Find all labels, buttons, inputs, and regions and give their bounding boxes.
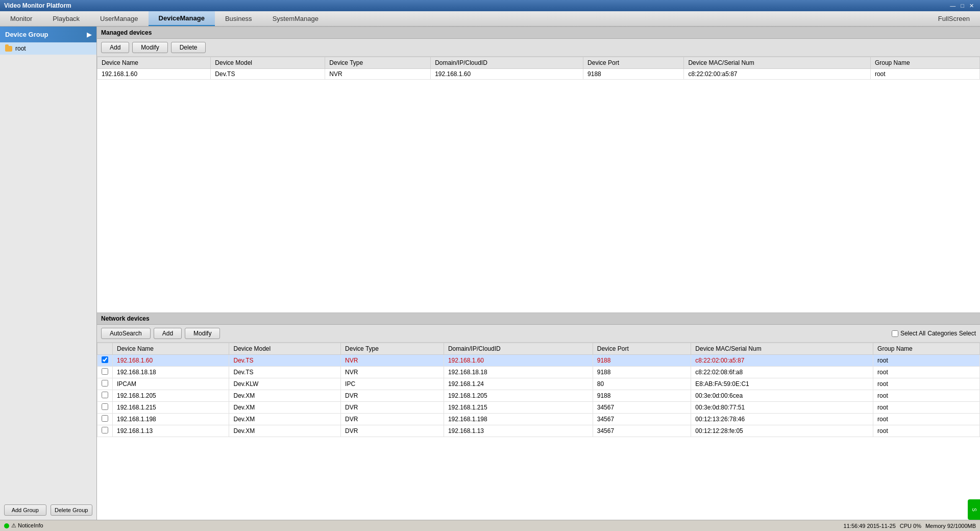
row-checkbox[interactable] [102,380,108,387]
main-layout: Device Group ▶ root Add Group Delete Gro… [0,27,980,520]
categories-select-label: Categories Select [927,330,976,337]
network-modify-button[interactable]: Modify [185,328,220,339]
col-device-name: Device Name [97,57,211,69]
network-devices-header: Network devices [97,312,980,325]
select-all-area: Select All Categories Select [892,330,976,337]
col-device-model: Device Model [211,57,325,69]
side-panel-button[interactable]: S [968,499,980,520]
managed-modify-button[interactable]: Modify [132,42,167,53]
menu-monitor[interactable]: Monitor [0,12,42,26]
table-row[interactable]: 192.168.1.60Dev.TSNVR192.168.1.609188c8:… [97,355,980,367]
cpu-usage: CPU 0% [900,523,921,529]
restore-button[interactable]: □ [959,3,966,9]
table-row[interactable]: 192.168.1.13Dev.XMDVR192.168.1.133456700… [97,425,980,437]
menu-usermanage[interactable]: UserManage [90,12,148,26]
select-all-label: Select All [900,330,925,337]
col-group-name: Group Name [870,57,979,69]
sidebar: Device Group ▶ root Add Group Delete Gro… [0,27,97,520]
memory-usage: Memory 92/1000MB [925,523,976,529]
col-net-domain: Domain/IP/CloudID [444,343,593,355]
menu-systemmanage[interactable]: SystemManage [262,12,329,26]
managed-devices-header: Managed devices [97,27,980,39]
col-device-type: Device Type [325,57,431,69]
table-row[interactable]: IPCAMDev.KLWIPC192.168.1.2480E8:AB:FA:59… [97,378,980,390]
col-net-device-name: Device Name [113,343,229,355]
status-right: 11:56:49 2015-11-25 CPU 0% Memory 92/100… [844,523,976,529]
managed-devices-toolbar: Add Modify Delete [97,39,980,57]
managed-delete-button[interactable]: Delete [171,42,206,53]
status-indicator [4,523,9,528]
sidebar-item-root[interactable]: root [0,42,96,55]
menu-business[interactable]: Business [215,12,262,26]
status-left: ⚠ NoticeInfo [4,522,43,529]
status-bar: ⚠ NoticeInfo 11:56:49 2015-11-25 CPU 0% … [0,520,980,531]
row-checkbox[interactable] [102,392,108,398]
table-row[interactable]: 192.168.1.215Dev.XMDVR192.168.1.21534567… [97,402,980,414]
datetime: 11:56:49 2015-11-25 [844,523,896,529]
minimize-button[interactable]: — [948,3,958,9]
table-row[interactable]: 192.168.18.18Dev.TSNVR192.168.18.189188c… [97,367,980,378]
window-controls[interactable]: — □ ✕ [948,3,976,9]
col-device-port: Device Port [583,57,684,69]
table-row[interactable]: 192.168.1.60Dev.TSNVR192.168.1.609188c8:… [97,69,980,80]
col-net-device-mac: Device MAC/Serial Num [691,343,873,355]
folder-icon [5,46,12,52]
row-checkbox[interactable] [102,427,108,433]
sidebar-header[interactable]: Device Group ▶ [0,27,96,42]
managed-devices-table: Device Name Device Model Device Type Dom… [97,57,980,80]
device-group-label: Device Group [5,31,48,38]
notice-info[interactable]: ⚠ NoticeInfo [11,522,43,529]
managed-add-button[interactable]: Add [101,42,129,53]
row-checkbox[interactable] [102,368,108,375]
col-net-device-type: Device Type [341,343,444,355]
col-net-device-model: Device Model [229,343,341,355]
managed-table-wrapper: Device Name Device Model Device Type Dom… [97,57,980,312]
managed-devices-section: Managed devices Add Modify Delete Device… [97,27,980,312]
sidebar-item-label-root: root [15,45,26,52]
close-button[interactable]: ✕ [967,3,976,9]
content-area: Managed devices Add Modify Delete Device… [97,27,980,520]
delete-group-button[interactable]: Delete Group [51,504,93,516]
col-net-group-name: Group Name [873,343,980,355]
menu-fullscreen[interactable]: FullScreen [928,12,980,26]
col-device-mac: Device MAC/Serial Num [684,57,871,69]
row-checkbox[interactable] [102,415,108,422]
col-checkbox [97,343,113,355]
network-devices-toolbar: AutoSearch Add Modify Select All Categor… [97,325,980,343]
col-domain: Domain/IP/CloudID [431,57,583,69]
app-title: Video Monitor Platform [4,2,71,9]
network-devices-section: Network devices AutoSearch Add Modify Se… [97,312,980,520]
network-table-wrapper: Device Name Device Model Device Type Dom… [97,343,980,520]
menu-bar: Monitor Playback UserManage DeviceManage… [0,11,980,27]
row-checkbox[interactable] [102,356,108,363]
table-row[interactable]: 192.168.1.205Dev.XMDVR192.168.1.20591880… [97,390,980,402]
menu-playback[interactable]: Playback [42,12,90,26]
network-add-button[interactable]: Add [154,328,182,339]
add-group-button[interactable]: Add Group [4,504,46,516]
menu-devicemanage[interactable]: DeviceManage [149,11,215,26]
table-row[interactable]: 192.168.1.198Dev.XMDVR192.168.1.19834567… [97,414,980,425]
select-all-checkbox[interactable] [892,330,898,337]
row-checkbox[interactable] [102,403,108,410]
sidebar-bottom: Add Group Delete Group [0,500,96,520]
sidebar-expand-arrow: ▶ [87,31,91,38]
title-bar: Video Monitor Platform — □ ✕ [0,0,980,11]
auto-search-button[interactable]: AutoSearch [101,328,151,339]
col-net-device-port: Device Port [593,343,691,355]
network-devices-table: Device Name Device Model Device Type Dom… [97,343,980,437]
